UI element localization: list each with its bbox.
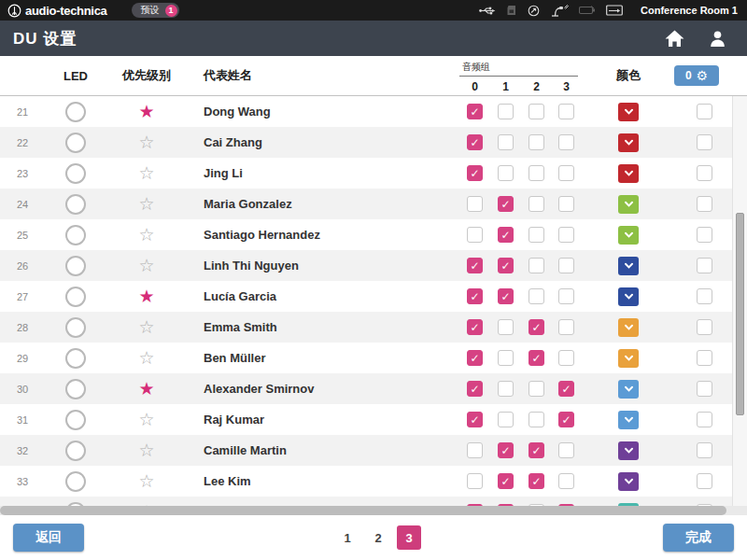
select-checkbox[interactable] xyxy=(697,196,712,212)
select-checkbox[interactable] xyxy=(697,442,712,458)
group-2-checkbox[interactable] xyxy=(529,473,544,489)
group-1-checkbox[interactable] xyxy=(498,258,514,273)
color-select[interactable] xyxy=(618,472,639,491)
color-select[interactable] xyxy=(618,318,639,337)
priority-star-icon[interactable]: ☆ xyxy=(138,194,154,214)
led-indicator[interactable] xyxy=(65,379,86,399)
priority-star-icon[interactable]: ☆ xyxy=(138,256,154,275)
group-1-checkbox[interactable] xyxy=(498,165,514,181)
led-indicator[interactable] xyxy=(65,410,86,430)
group-2-checkbox[interactable] xyxy=(529,412,544,427)
group-3-checkbox[interactable] xyxy=(558,258,574,273)
color-select[interactable] xyxy=(618,195,639,214)
led-indicator[interactable] xyxy=(65,225,86,245)
vertical-scrollbar-thumb[interactable] xyxy=(736,213,744,415)
color-select[interactable] xyxy=(618,349,639,368)
group-1-checkbox[interactable] xyxy=(498,196,514,212)
led-indicator[interactable] xyxy=(65,317,86,338)
group-3-checkbox[interactable] xyxy=(558,319,574,335)
group-3-checkbox[interactable] xyxy=(558,350,574,366)
group-2-checkbox[interactable] xyxy=(529,227,544,243)
group-1-checkbox[interactable] xyxy=(498,473,514,489)
priority-star-icon[interactable]: ☆ xyxy=(138,471,154,491)
group-3-checkbox[interactable] xyxy=(558,442,574,458)
group-3-checkbox[interactable] xyxy=(558,196,574,212)
vertical-scrollbar[interactable] xyxy=(732,96,747,506)
select-checkbox[interactable] xyxy=(697,227,712,243)
select-checkbox[interactable] xyxy=(697,473,712,489)
group-1-checkbox[interactable] xyxy=(498,104,514,119)
priority-star-icon[interactable]: ★ xyxy=(138,379,154,399)
color-select[interactable] xyxy=(618,164,639,183)
group-0-checkbox[interactable] xyxy=(467,473,483,489)
page-button-1[interactable]: 1 xyxy=(335,525,359,550)
group-0-checkbox[interactable] xyxy=(467,350,483,366)
select-checkbox[interactable] xyxy=(697,288,712,304)
back-button[interactable]: 返回 xyxy=(13,524,84,552)
select-checkbox[interactable] xyxy=(697,350,712,366)
group-2-checkbox[interactable] xyxy=(529,288,544,304)
page-button-2[interactable]: 2 xyxy=(366,525,390,550)
led-indicator[interactable] xyxy=(65,348,86,369)
group-1-checkbox[interactable] xyxy=(498,381,514,397)
priority-star-icon[interactable]: ★ xyxy=(138,287,154,306)
group-0-checkbox[interactable] xyxy=(467,319,483,335)
selection-settings-button[interactable]: 0 ⚙ xyxy=(674,65,719,86)
led-indicator[interactable] xyxy=(65,163,86,184)
done-button[interactable]: 完成 xyxy=(663,524,734,552)
group-2-checkbox[interactable] xyxy=(529,319,544,335)
group-0-checkbox[interactable] xyxy=(467,381,483,397)
group-1-checkbox[interactable] xyxy=(498,319,514,335)
horizontal-scrollbar[interactable] xyxy=(0,506,747,515)
group-1-checkbox[interactable] xyxy=(498,350,514,366)
group-3-checkbox[interactable] xyxy=(558,473,574,489)
group-3-checkbox[interactable] xyxy=(558,381,574,397)
led-indicator[interactable] xyxy=(65,102,86,122)
select-checkbox[interactable] xyxy=(697,165,712,181)
group-2-checkbox[interactable] xyxy=(529,134,544,150)
group-2-checkbox[interactable] xyxy=(529,381,544,397)
group-3-checkbox[interactable] xyxy=(558,227,574,243)
color-select[interactable] xyxy=(618,103,639,121)
led-indicator[interactable] xyxy=(65,287,86,307)
priority-star-icon[interactable]: ☆ xyxy=(138,441,154,460)
priority-star-icon[interactable]: ☆ xyxy=(138,348,154,368)
color-select[interactable] xyxy=(618,380,639,399)
select-checkbox[interactable] xyxy=(697,412,712,427)
group-1-checkbox[interactable] xyxy=(498,412,514,427)
group-2-checkbox[interactable] xyxy=(529,104,544,119)
group-0-checkbox[interactable] xyxy=(467,258,483,273)
color-select[interactable] xyxy=(618,287,639,306)
group-3-checkbox[interactable] xyxy=(558,165,574,181)
led-indicator[interactable] xyxy=(65,133,86,153)
group-0-checkbox[interactable] xyxy=(467,288,483,304)
home-icon[interactable] xyxy=(665,30,684,48)
group-1-checkbox[interactable] xyxy=(498,227,514,243)
group-2-checkbox[interactable] xyxy=(529,196,544,212)
group-2-checkbox[interactable] xyxy=(529,442,544,458)
color-select[interactable] xyxy=(618,226,639,245)
color-select[interactable] xyxy=(618,411,639,429)
led-indicator[interactable] xyxy=(65,471,86,492)
group-3-checkbox[interactable] xyxy=(558,104,574,119)
page-button-3[interactable]: 3 xyxy=(397,525,421,550)
color-select[interactable] xyxy=(618,133,639,152)
group-3-checkbox[interactable] xyxy=(558,134,574,150)
user-icon[interactable] xyxy=(709,30,726,48)
color-select[interactable] xyxy=(618,257,639,275)
group-0-checkbox[interactable] xyxy=(467,442,483,458)
group-2-checkbox[interactable] xyxy=(529,258,544,273)
led-indicator[interactable] xyxy=(65,441,86,461)
priority-star-icon[interactable]: ☆ xyxy=(138,317,154,337)
group-0-checkbox[interactable] xyxy=(467,104,483,119)
group-0-checkbox[interactable] xyxy=(467,134,483,150)
select-checkbox[interactable] xyxy=(697,104,712,119)
color-select[interactable] xyxy=(618,441,639,460)
group-2-checkbox[interactable] xyxy=(529,350,544,366)
priority-star-icon[interactable]: ☆ xyxy=(138,133,154,152)
group-0-checkbox[interactable] xyxy=(467,165,483,181)
horizontal-scrollbar-thumb[interactable] xyxy=(0,506,726,515)
priority-star-icon[interactable]: ☆ xyxy=(138,225,154,245)
select-checkbox[interactable] xyxy=(697,381,712,397)
group-3-checkbox[interactable] xyxy=(558,288,574,304)
